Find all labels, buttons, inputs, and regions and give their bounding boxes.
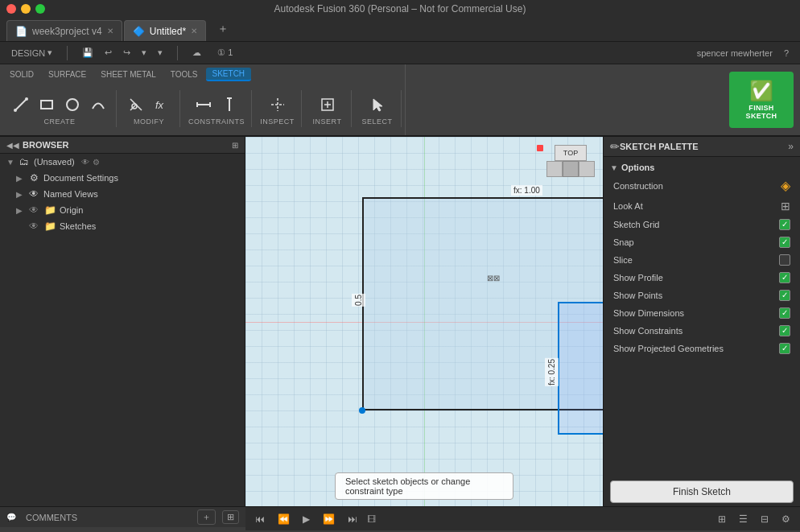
option-construction[interactable]: Construction ◈ (604, 175, 800, 196)
playback-first[interactable]: ⏮ (252, 512, 268, 526)
tool-circle[interactable] (61, 93, 84, 116)
palette-expand-button[interactable]: » (788, 141, 794, 152)
canvas[interactable]: TOP fx: 1.00 0.5 fx: 0.25 fx: 0.50 fx: 0… (245, 137, 603, 506)
browser-item-namedviews[interactable]: ▶ 👁 Named Views (0, 186, 245, 202)
select-label: SELECT (362, 118, 393, 126)
toolbar-tab-sheetmetal[interactable]: SHEET METAL (94, 68, 163, 81)
cube-front-face[interactable] (563, 161, 579, 177)
constraints-label: CONSTRAINTS (188, 118, 245, 126)
option-show-points[interactable]: Show Points ✓ (604, 287, 800, 304)
tool-constraint-h[interactable] (192, 93, 215, 116)
top-controls: DESIGN ▾ 💾 ↩ ↪ ▾ ▾ ☁ ① 1 spencer mewhert… (0, 42, 800, 64)
tool-inspect[interactable] (266, 93, 289, 116)
settings-icon[interactable]: ⚙ (93, 158, 100, 167)
help-button[interactable]: ? (779, 47, 794, 60)
look-at-label: Look At (613, 201, 781, 211)
toolbar-tab-sketch[interactable]: SKETCH (206, 68, 252, 81)
option-sketch-grid[interactable]: Sketch Grid ✓ (604, 216, 800, 233)
playback-prev[interactable]: ⏪ (274, 512, 293, 526)
tool-arc[interactable] (87, 93, 109, 116)
option-slice[interactable]: Slice (604, 251, 800, 269)
constraint-icon-1: ⊠⊠ (487, 274, 500, 282)
playback-next[interactable]: ⏩ (320, 512, 338, 526)
table-view-button[interactable]: ⊟ (757, 512, 772, 526)
tool-fx[interactable]: fx (151, 93, 173, 116)
cube-right-face[interactable] (579, 161, 595, 177)
undo-button[interactable]: ↩ (100, 46, 117, 60)
playback-last[interactable]: ⏭ (344, 512, 361, 526)
look-at-icon: ⊞ (781, 200, 790, 212)
grid-view-button[interactable]: ⊞ (715, 512, 729, 526)
finish-sketch-button[interactable]: Finish Sketch (610, 480, 794, 503)
cube-top-face[interactable]: TOP (555, 145, 587, 161)
eye-icon: 👁 (27, 221, 40, 232)
browser-collapse-icon[interactable]: ◀◀ (6, 141, 19, 150)
tool-insert[interactable] (316, 93, 339, 116)
redo-button[interactable]: ↪ (118, 46, 135, 60)
options-section-header[interactable]: ▼ Options (604, 160, 800, 175)
minimize-button[interactable] (21, 4, 31, 14)
show-constraints-checkbox[interactable]: ✓ (779, 325, 790, 336)
save-button[interactable]: 💾 (77, 46, 98, 60)
tab-untitled[interactable]: 🔷 Untitled* ✕ (124, 20, 206, 41)
cloud-button[interactable]: ☁ (188, 46, 206, 60)
comments-expand-button[interactable]: ⊞ (222, 510, 239, 524)
settings-button[interactable]: ⚙ (778, 512, 794, 526)
arrow-icon: ▶ (16, 190, 24, 199)
finish-sketch-toolbar-button[interactable]: ✅ FINISH SKETCH (729, 72, 794, 128)
tool-trim[interactable] (125, 93, 147, 116)
tab-close-icon[interactable]: ✕ (191, 27, 197, 35)
toolbar-tab-surface[interactable]: SURFACE (42, 68, 93, 81)
app-title: Autodesk Fusion 360 (Personal – Not for … (274, 3, 526, 14)
browser-item-root[interactable]: ▼ 🗂 (Unsaved) 👁 ⚙ (0, 154, 245, 170)
add-comment-button[interactable]: ＋ (197, 509, 216, 525)
show-points-checkbox[interactable]: ✓ (779, 290, 790, 301)
toolbar-tab-tools[interactable]: TOOLS (164, 68, 204, 81)
folder-icon: 📁 (43, 221, 56, 232)
tool-constraint-v[interactable] (218, 93, 241, 116)
maximize-button[interactable] (35, 4, 45, 14)
dim-label-height-left: 0.5 (352, 294, 365, 307)
undo-dropdown[interactable]: ▾ (137, 46, 151, 60)
svg-point-0 (14, 109, 17, 112)
browser-item-label: Named Views (43, 189, 98, 199)
option-show-projected-geometries[interactable]: Show Projected Geometries ✓ (604, 340, 800, 357)
show-projected-geometries-checkbox[interactable]: ✓ (779, 343, 790, 354)
tool-select[interactable] (366, 93, 389, 116)
toolbar-tab-solid[interactable]: SOLID (3, 68, 40, 81)
tool-rect[interactable] (35, 93, 58, 116)
slice-checkbox[interactable] (779, 254, 790, 266)
browser-item-docsettings[interactable]: ▶ ⚙ Document Settings (0, 170, 245, 186)
list-view-button[interactable]: ☰ (736, 512, 751, 526)
option-show-constraints[interactable]: Show Constraints ✓ (604, 322, 800, 340)
insert-label: INSERT (313, 118, 342, 126)
tab-close-icon[interactable]: ✕ (107, 27, 113, 35)
browser-expand-icon[interactable]: ⊞ (232, 141, 238, 150)
browser-panel: ◀◀ BROWSER ⊞ ▼ 🗂 (Unsaved) 👁 ⚙ ▶ ⚙ Docum… (0, 137, 245, 506)
cube-left-face[interactable] (546, 161, 563, 177)
tool-line[interactable] (10, 93, 32, 116)
option-show-profile[interactable]: Show Profile ✓ (604, 269, 800, 287)
show-profile-checkbox[interactable]: ✓ (779, 272, 790, 283)
tab-week3project[interactable]: 📄 week3project v4 ✕ (6, 20, 122, 41)
eye-icon[interactable]: 👁 (81, 158, 89, 167)
close-button[interactable] (6, 4, 16, 14)
design-menu-button[interactable]: DESIGN ▾ (6, 46, 57, 60)
sketch-grid-checkbox[interactable]: ✓ (779, 219, 790, 230)
option-look-at[interactable]: Look At ⊞ (604, 196, 800, 216)
eye-icon: 👁 (27, 204, 40, 216)
show-dimensions-checkbox[interactable]: ✓ (779, 307, 790, 319)
window-controls[interactable] (6, 4, 45, 14)
file-actions: 💾 ↩ ↪ ▾ ▾ (77, 46, 167, 60)
version-button[interactable]: ① 1 (212, 46, 237, 60)
nav-cube[interactable]: TOP (546, 145, 595, 193)
browser-item-sketches[interactable]: 👁 📁 Sketches (0, 218, 245, 234)
redo-dropdown[interactable]: ▾ (153, 46, 167, 60)
playback-play[interactable]: ▶ (299, 512, 313, 526)
option-snap[interactable]: Snap ✓ (604, 233, 800, 251)
browser-item-origin[interactable]: ▶ 👁 📁 Origin (0, 202, 245, 218)
snap-checkbox[interactable]: ✓ (779, 237, 790, 248)
new-tab-button[interactable]: ＋ (214, 20, 232, 38)
sketch-inner-rect[interactable] (558, 302, 603, 435)
option-show-dimensions[interactable]: Show Dimensions ✓ (604, 304, 800, 322)
